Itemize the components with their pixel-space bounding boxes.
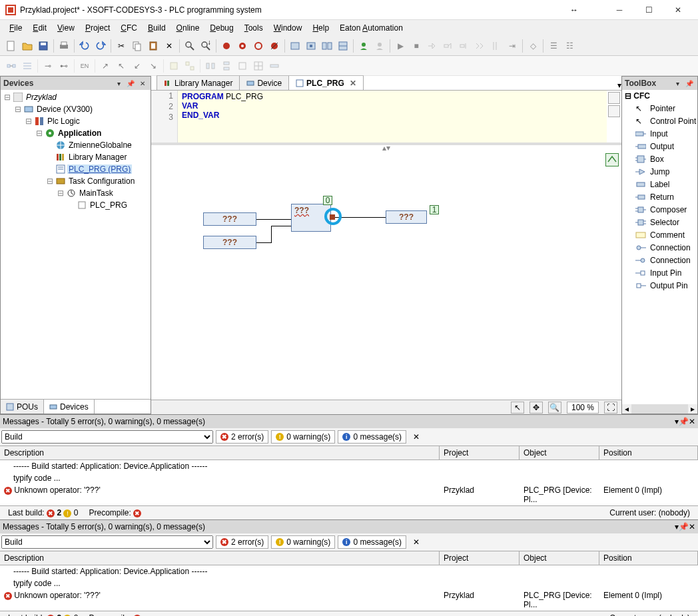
t2-9-icon[interactable]: ↘	[146, 59, 161, 73]
print-icon[interactable]	[57, 39, 71, 53]
t2-8-icon[interactable]: ↙	[130, 59, 145, 73]
misc3-icon[interactable]: ☷	[562, 39, 577, 53]
tool-control-point[interactable]: ↖Control Point	[622, 115, 697, 127]
t2-12-icon[interactable]	[203, 59, 218, 73]
maximize-button[interactable]: ☐	[634, 1, 663, 19]
clear-messages-icon[interactable]: ✕	[409, 432, 424, 442]
login-icon[interactable]	[356, 39, 371, 53]
delete-icon[interactable]: ✕	[162, 39, 176, 53]
menu-eaton[interactable]: Eaton Automation	[334, 22, 408, 34]
decl-view2-icon[interactable]	[608, 105, 620, 117]
close-button[interactable]: ✕	[663, 1, 693, 19]
panel-close-icon[interactable]: ✕	[137, 78, 148, 89]
cfc-input-1[interactable]: ???	[203, 212, 256, 226]
bp1-icon[interactable]	[219, 39, 234, 53]
zoom-combo[interactable]: 100 %	[567, 402, 599, 414]
t2-4-icon[interactable]: ⊷	[57, 59, 71, 73]
tab-pous[interactable]: POUs	[1, 400, 44, 414]
t2-5-icon[interactable]: EN	[77, 59, 92, 73]
open-icon[interactable]	[20, 39, 35, 53]
table-row[interactable]: ------ Build started: Application: Devic…	[0, 565, 698, 577]
toolbox-scrollbar[interactable]: ◂▸	[622, 404, 697, 414]
cfc-canvas[interactable]: ??? ??? ??? 0 ??? 1	[151, 151, 621, 400]
copy-icon[interactable]	[130, 39, 145, 53]
tool-box[interactable]: Box	[622, 153, 697, 165]
menu-file[interactable]: File	[4, 22, 27, 34]
t2-16-icon[interactable]	[267, 59, 282, 73]
dropdown-icon[interactable]: ▾	[672, 78, 683, 89]
app1-icon[interactable]	[288, 39, 302, 53]
step4-icon[interactable]	[473, 39, 488, 53]
t2-3-icon[interactable]: ⊸	[41, 59, 55, 73]
cfc-input-2[interactable]: ???	[203, 236, 256, 249]
step5-icon[interactable]	[489, 39, 504, 53]
cfc-corner-icon[interactable]	[605, 153, 619, 166]
pin-icon[interactable]: 📌	[125, 78, 136, 89]
step2-icon[interactable]	[441, 39, 456, 53]
step6-icon[interactable]: ⇥	[505, 39, 520, 53]
tool-output-pin[interactable]: Output Pin	[622, 279, 697, 292]
chip-info[interactable]: i0 message(s)	[338, 535, 406, 549]
menu-help[interactable]: Help	[307, 22, 334, 34]
tool-output[interactable]: Output	[622, 140, 697, 153]
t2-14-icon[interactable]	[235, 59, 250, 73]
tool-comment[interactable]: Comment	[622, 228, 697, 241]
table-row[interactable]: ------ Build started: Application: Devic…	[0, 460, 698, 472]
declaration-editor[interactable]: 1 2 3 PROGRAM PLC_PRG VAR END_VAR	[151, 91, 621, 145]
cursor-icon[interactable]: ↖	[511, 402, 524, 414]
undo-icon[interactable]	[77, 39, 92, 53]
cfc-output[interactable]: ???	[386, 210, 427, 224]
tool-input[interactable]: Input	[622, 127, 697, 140]
chip-warnings[interactable]: !0 warning(s)	[271, 430, 335, 444]
app2-icon[interactable]	[304, 39, 318, 53]
toolbox-category[interactable]: ⊟ CFC	[622, 90, 697, 102]
minimize-button[interactable]: ─	[605, 1, 634, 19]
table-row[interactable]: typify code ...	[0, 577, 698, 589]
table-row[interactable]: typify code ...	[0, 472, 698, 484]
table-row[interactable]: ✖ Unknown operator: '???'PrzykladPLC_PRG…	[0, 589, 698, 611]
redo-icon[interactable]	[93, 39, 108, 53]
tab-close-icon[interactable]: ✕	[350, 79, 356, 88]
clear-messages-icon[interactable]: ✕	[409, 537, 424, 547]
bp2-icon[interactable]	[235, 39, 250, 53]
decl-view1-icon[interactable]	[608, 92, 620, 104]
tab-devices[interactable]: Devices	[44, 400, 95, 414]
tab-plc-prg[interactable]: PLC_PRG✕	[288, 75, 364, 90]
t2-1-icon[interactable]	[4, 59, 19, 73]
messages-table[interactable]: Description Project Object Position ----…	[0, 446, 698, 506]
chip-errors[interactable]: ✖2 error(s)	[216, 430, 268, 444]
tool-connection-in[interactable]: Connection	[622, 241, 697, 254]
tab-library-manager[interactable]: Library Manager	[157, 75, 240, 90]
bp4-icon[interactable]	[267, 39, 282, 53]
panel-close-icon[interactable]: ✕	[689, 522, 695, 531]
t2-2-icon[interactable]	[20, 59, 35, 73]
tool-return[interactable]: Return	[622, 190, 697, 203]
misc1-icon[interactable]: ◇	[525, 39, 540, 53]
t2-10-icon[interactable]	[167, 59, 181, 73]
splitter[interactable]: ▴▾	[151, 145, 621, 151]
t2-6-icon[interactable]: ↗	[98, 59, 113, 73]
app3-icon[interactable]	[320, 39, 334, 53]
chip-errors[interactable]: ✖2 error(s)	[216, 535, 268, 549]
findnext-icon[interactable]: ↓	[198, 39, 213, 53]
menu-build[interactable]: Build	[143, 22, 171, 34]
stop-icon[interactable]: ■	[409, 39, 424, 53]
dropdown-icon[interactable]: ▾	[113, 78, 124, 89]
pan-icon[interactable]: ✥	[529, 402, 543, 414]
save-icon[interactable]	[36, 39, 51, 53]
pin-icon[interactable]: 📌	[684, 78, 695, 89]
menu-edit[interactable]: Edit	[27, 22, 52, 34]
tool-jump[interactable]: Jump	[622, 165, 697, 178]
t2-11-icon[interactable]	[182, 59, 197, 73]
messages-category-select[interactable]: Build	[1, 535, 213, 549]
table-row[interactable]: ✖ Unknown operator: '???'PrzykladPLC_PRG…	[0, 484, 698, 505]
new-icon[interactable]	[4, 39, 19, 53]
misc2-icon[interactable]: ☰	[546, 39, 561, 53]
chip-info[interactable]: i0 message(s)	[338, 430, 406, 444]
tool-label[interactable]: Label	[622, 178, 697, 190]
tool-composer[interactable]: Composer	[622, 203, 697, 216]
cut-icon[interactable]: ✂	[114, 39, 129, 53]
bp3-icon[interactable]	[251, 39, 266, 53]
pin-icon[interactable]: 📌	[679, 522, 689, 531]
pin-icon[interactable]: 📌	[679, 417, 689, 426]
